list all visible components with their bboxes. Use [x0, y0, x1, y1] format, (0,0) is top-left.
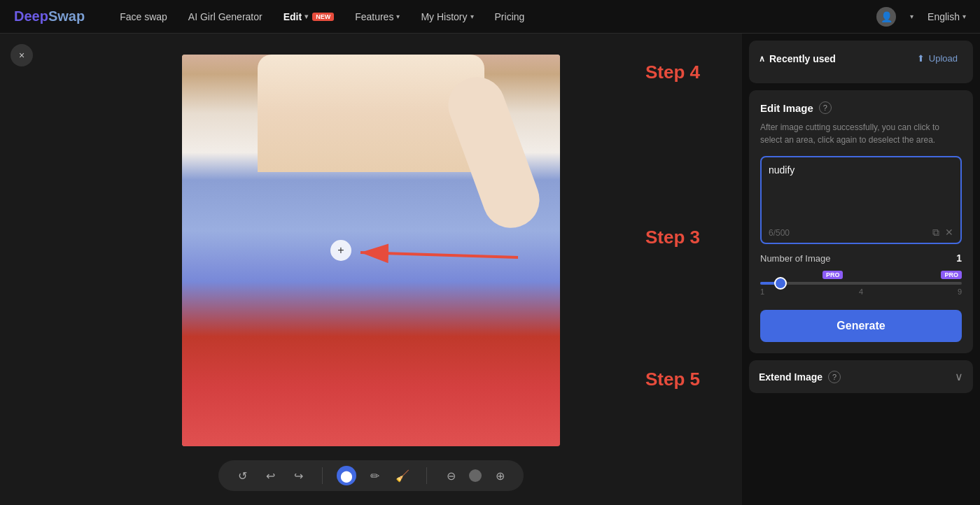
reset-icon[interactable]: ↺ — [232, 466, 252, 485]
edit-image-section: Edit Image ? After image cutting success… — [749, 90, 973, 353]
avatar[interactable]: 👤 — [876, 7, 896, 27]
close-button[interactable]: × — [10, 44, 33, 66]
draw-icon[interactable]: ✏ — [365, 466, 384, 485]
slider-thumb[interactable] — [774, 277, 787, 290]
canvas-image[interactable]: + — [182, 55, 560, 446]
pro-badge-2: PRO — [941, 271, 962, 279]
chevron-up-icon: ∧ — [759, 54, 765, 64]
pro-badge-1: PRO — [822, 271, 844, 279]
zoom-out-icon[interactable]: ⊖ — [441, 466, 461, 485]
language-selector[interactable]: English ▾ — [927, 11, 966, 22]
nav-my-history[interactable]: My History ▾ — [421, 11, 473, 22]
undo-icon[interactable]: ↩ — [260, 466, 280, 485]
slider-labels: 1 4 9 — [760, 287, 962, 296]
history-chevron-icon: ▾ — [470, 13, 474, 20]
image-count-slider[interactable]: 1 4 9 — [760, 282, 962, 296]
nav-ai-girl[interactable]: AI Girl Generator — [188, 11, 262, 22]
number-of-image-value: 1 — [956, 252, 962, 264]
avatar-chevron-icon: ▾ — [910, 13, 913, 20]
app-logo[interactable]: DeepSwap — [14, 8, 85, 24]
nav-right: 👤 ▾ English ▾ — [876, 7, 966, 27]
edit-description: After image cutting successfully, you ca… — [760, 121, 962, 146]
left-panel: × + — [0, 34, 742, 505]
right-panel: ∧ Recently used ⬆ Upload Edit Image ? Af… — [742, 34, 980, 505]
nav-edit[interactable]: Edit ▾ NEW — [284, 11, 334, 22]
nav-features[interactable]: Features ▾ — [355, 11, 400, 22]
edit-image-title: Edit Image — [760, 102, 813, 114]
new-badge: NEW — [312, 13, 334, 21]
prompt-container: 6/500 ⧉ ✕ — [760, 156, 962, 244]
logo-swap: Swap — [48, 8, 85, 24]
navbar: DeepSwap Face swap AI Girl Generator Edi… — [0, 0, 980, 34]
recently-used-section: ∧ Recently used ⬆ Upload — [749, 41, 973, 83]
toolbar-divider-2 — [426, 467, 427, 484]
logo-deep: Deep — [14, 8, 48, 24]
recently-used-title: ∧ Recently used — [759, 53, 836, 64]
extend-header: Extend Image ? ∨ — [759, 370, 963, 383]
recently-used-header: ∧ Recently used ⬆ Upload — [759, 50, 963, 66]
clear-icon[interactable]: ✕ — [945, 227, 953, 239]
brush-size-indicator — [469, 469, 482, 482]
redo-icon[interactable]: ↪ — [288, 466, 308, 485]
features-chevron-icon: ▾ — [396, 13, 400, 20]
zoom-in-icon[interactable]: ⊕ — [490, 466, 510, 485]
extend-chevron-icon[interactable]: ∨ — [955, 370, 963, 383]
language-chevron-icon: ▾ — [962, 13, 966, 20]
eraser-icon[interactable]: 🧹 — [393, 466, 412, 485]
help-icon[interactable]: ? — [819, 101, 832, 114]
char-count: 6/500 — [769, 228, 790, 238]
pro-badges-row: PRO PRO — [760, 271, 962, 279]
number-of-image-row: Number of Image 1 — [760, 252, 962, 264]
copy-icon[interactable]: ⧉ — [932, 227, 939, 239]
prompt-actions: ⧉ ✕ — [932, 227, 953, 239]
step4-label: Step 4 — [645, 62, 700, 83]
nav-face-swap[interactable]: Face swap — [120, 11, 167, 22]
extend-help-icon[interactable]: ? — [828, 371, 841, 383]
edit-chevron-icon: ▾ — [304, 13, 308, 20]
generate-button[interactable]: Generate — [760, 310, 962, 342]
step3-label: Step 3 — [645, 227, 700, 248]
extend-title-row: Extend Image ? — [759, 371, 841, 383]
zoom-group: ⊖ ⊕ — [441, 466, 510, 485]
undo-redo-group: ↺ ↩ ↪ — [232, 466, 308, 485]
brush-group: ⬤ ✏ 🧹 — [337, 466, 412, 485]
nav-pricing[interactable]: Pricing — [495, 11, 525, 22]
step5-label: Step 5 — [645, 369, 700, 390]
toolbar-divider-1 — [322, 467, 323, 484]
extend-image-title: Extend Image — [759, 371, 822, 383]
extend-image-section: Extend Image ? ∨ — [749, 360, 973, 393]
selection-point[interactable]: + — [330, 240, 351, 261]
upload-button[interactable]: ⬆ Upload — [911, 50, 963, 66]
slider-track — [760, 282, 962, 285]
main-content: × + — [0, 34, 980, 505]
upload-icon: ⬆ — [917, 53, 925, 64]
prompt-input[interactable] — [762, 157, 960, 224]
brush-icon[interactable]: ⬤ — [337, 466, 356, 485]
textarea-footer: 6/500 ⧉ ✕ — [762, 224, 960, 243]
bottom-toolbar: ↺ ↩ ↪ ⬤ ✏ 🧹 ⊖ ⊕ — [218, 460, 524, 491]
edit-title-row: Edit Image ? — [760, 101, 962, 114]
